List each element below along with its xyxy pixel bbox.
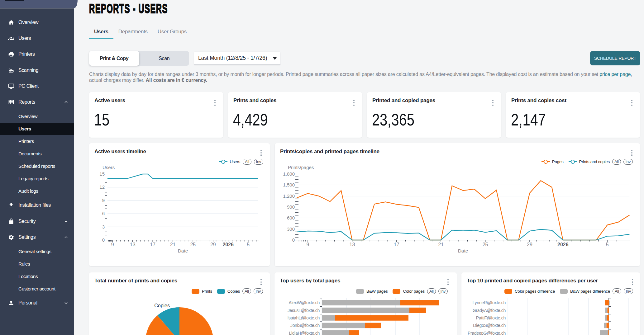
svg-text:JesusL@foxte.ch: JesusL@foxte.ch bbox=[288, 308, 320, 313]
svg-text:15: 15 bbox=[99, 171, 105, 177]
svg-text:17: 17 bbox=[394, 242, 399, 247]
svg-text:5: 5 bbox=[606, 242, 609, 247]
svg-text:5: 5 bbox=[247, 242, 250, 247]
svg-text:600: 600 bbox=[287, 215, 295, 220]
svg-text:13: 13 bbox=[350, 242, 355, 247]
svg-text:Users: Users bbox=[103, 165, 115, 170]
svg-text:6: 6 bbox=[102, 211, 105, 216]
svg-text:12: 12 bbox=[99, 184, 105, 190]
svg-text:300: 300 bbox=[287, 226, 295, 232]
svg-text:25: 25 bbox=[190, 242, 196, 247]
svg-text:17: 17 bbox=[150, 242, 155, 247]
svg-text:1,500: 1,500 bbox=[283, 182, 295, 187]
svg-text:9: 9 bbox=[102, 198, 105, 203]
svg-text:3: 3 bbox=[102, 224, 105, 229]
svg-text:9: 9 bbox=[307, 242, 309, 247]
svg-text:LidiaH@foxte.ch: LidiaH@foxte.ch bbox=[289, 331, 320, 335]
svg-text:Prints/pages: Prints/pages bbox=[288, 165, 314, 170]
svg-text:DiegoS@foxte.ch: DiegoS@foxte.ch bbox=[473, 323, 506, 328]
svg-text:Date: Date bbox=[178, 248, 188, 253]
svg-text:0: 0 bbox=[292, 237, 295, 243]
svg-text:GradyA@foxte.ch: GradyA@foxte.ch bbox=[473, 308, 506, 313]
svg-text:900: 900 bbox=[287, 204, 295, 210]
svg-text:PattiF@foxte.ch: PattiF@foxte.ch bbox=[476, 315, 506, 320]
svg-text:13: 13 bbox=[130, 242, 136, 247]
svg-text:21: 21 bbox=[170, 242, 176, 247]
svg-text:9: 9 bbox=[111, 242, 114, 247]
svg-text:25: 25 bbox=[483, 242, 488, 247]
svg-text:PradeepG@foxte.ch: PradeepG@foxte.ch bbox=[468, 331, 506, 335]
svg-text:1,800: 1,800 bbox=[283, 171, 295, 177]
svg-text:Copies: Copies bbox=[154, 303, 170, 308]
svg-text:0: 0 bbox=[102, 237, 105, 243]
svg-text:29: 29 bbox=[210, 242, 216, 247]
svg-text:AlexW@foxte.ch: AlexW@foxte.ch bbox=[289, 300, 320, 305]
svg-text:LynneR@foxte.ch: LynneR@foxte.ch bbox=[473, 300, 506, 305]
svg-text:2026: 2026 bbox=[557, 242, 569, 247]
svg-text:29: 29 bbox=[527, 242, 532, 247]
svg-text:1,200: 1,200 bbox=[283, 193, 295, 199]
svg-text:JoniS@foxte.ch: JoniS@foxte.ch bbox=[290, 323, 320, 328]
svg-text:2026: 2026 bbox=[222, 242, 234, 247]
svg-text:21: 21 bbox=[438, 242, 444, 247]
svg-text:IsaiahL@foxte.ch: IsaiahL@foxte.ch bbox=[287, 315, 320, 320]
svg-text:Date: Date bbox=[458, 248, 468, 253]
